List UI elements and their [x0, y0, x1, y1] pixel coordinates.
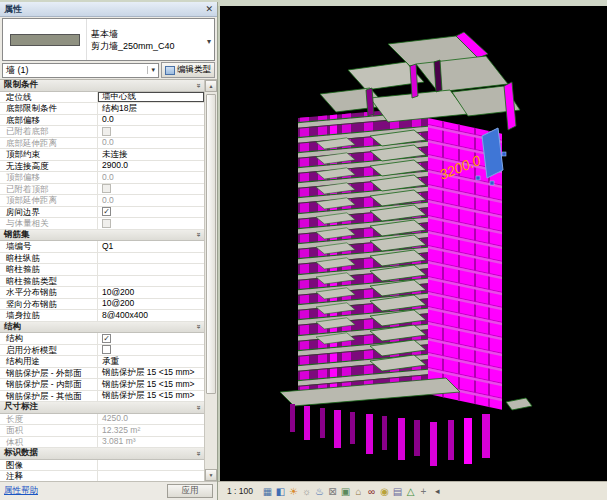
collapse-chevron-icon[interactable]: « — [193, 325, 202, 329]
property-row: 竖向分布钢筋10@200 — [0, 299, 204, 311]
property-value[interactable]: 钢筋保护层 15 <15 mm> — [98, 368, 204, 379]
property-row: 钢筋保护层 - 内部面钢筋保护层 15 <15 mm> — [0, 379, 204, 391]
3d-viewport[interactable]: 3200.0 — [218, 6, 607, 481]
edit-type-button[interactable]: 编辑类型 — [161, 62, 215, 78]
property-row: 长度4250.0 — [0, 414, 204, 426]
type-selector-text: 基本墙 剪力墙_250mm_C40 — [87, 28, 214, 52]
property-value[interactable]: 钢筋保护层 15 <15 mm> — [98, 379, 204, 390]
apply-button[interactable]: 应用 — [167, 484, 213, 498]
property-label: 墙身拉筋 — [0, 310, 98, 321]
property-label: 结构 — [0, 333, 98, 344]
view-scale-button[interactable]: 1 : 100 — [222, 485, 258, 497]
close-icon[interactable]: ✕ — [205, 4, 213, 14]
rendering-icon[interactable]: ♨ — [313, 485, 326, 498]
type-selector[interactable]: 基本墙 剪力墙_250mm_C40 ▾ — [2, 18, 215, 61]
section-header[interactable]: 结构« — [0, 322, 204, 334]
property-row: 房间边界✓ — [0, 207, 204, 219]
properties-grid-wrap: 限制条件«定位线墙中心线底部限制条件结构18层底部偏移0.0已附着底部底部延伸距… — [0, 79, 217, 481]
property-value: 4250.0 — [98, 414, 204, 425]
property-value[interactable] — [98, 345, 204, 356]
property-value[interactable]: Q1 — [98, 241, 204, 252]
property-value[interactable] — [98, 471, 204, 481]
collapse-chevron-icon[interactable]: « — [193, 83, 202, 87]
temporary-hide-isolate-icon[interactable]: ∞ — [365, 485, 378, 498]
property-value[interactable]: 10@200 — [98, 287, 204, 298]
property-value[interactable] — [98, 253, 204, 264]
collapse-arrow-icon[interactable]: ◂ — [435, 486, 440, 496]
property-label: 底部偏移 — [0, 115, 98, 126]
checkbox[interactable] — [102, 345, 111, 354]
property-value[interactable]: 2900.0 — [98, 161, 204, 172]
visual-style-icon[interactable]: ◧ — [274, 485, 287, 498]
type-name: 剪力墙_250mm_C40 — [91, 40, 214, 52]
checkbox[interactable]: ✓ — [102, 334, 111, 343]
property-row: 结构✓ — [0, 333, 204, 345]
section-header[interactable]: 尺寸标注« — [0, 402, 204, 414]
property-label: 体积 — [0, 437, 98, 448]
property-label: 顶部约束 — [0, 149, 98, 160]
property-value[interactable] — [98, 460, 204, 471]
property-value[interactable]: 0.0 — [98, 115, 204, 126]
property-row: 暗柱箍筋 — [0, 264, 204, 276]
crop-view-icon[interactable]: ⊠ — [326, 485, 339, 498]
checkbox — [102, 127, 111, 136]
property-label: 水平分布钢筋 — [0, 287, 98, 298]
property-label: 房间边界 — [0, 207, 98, 218]
section-header[interactable]: 标识数据« — [0, 448, 204, 460]
property-value[interactable]: 墙中心线 — [98, 92, 204, 103]
selection-filter-dropdown[interactable]: 墙 (1) ▾ — [2, 63, 159, 78]
property-value[interactable]: 10@200 — [98, 299, 204, 310]
property-label: 暗柱箍筋类型 — [0, 276, 98, 287]
reveal-hidden-elements-icon[interactable]: ◉ — [378, 485, 391, 498]
collapse-chevron-icon[interactable]: « — [193, 233, 202, 237]
collapse-chevron-icon[interactable]: « — [193, 451, 202, 455]
section-header[interactable]: 钢筋集« — [0, 230, 204, 242]
property-label: 钢筋保护层 - 其他面 — [0, 391, 98, 402]
property-value[interactable]: ✓ — [98, 207, 204, 218]
analytical-model-icon[interactable]: △ — [404, 485, 417, 498]
collapse-chevron-icon[interactable]: « — [193, 405, 202, 409]
lock-3d-view-icon[interactable]: ⌂ — [352, 485, 365, 498]
property-row: 注释 — [0, 471, 204, 481]
property-value: 12.325 m² — [98, 425, 204, 436]
property-label: 墙编号 — [0, 241, 98, 252]
property-value[interactable] — [98, 276, 204, 287]
property-row: 启用分析模型 — [0, 345, 204, 357]
property-row: 顶部延伸距离0.0 — [0, 195, 204, 207]
property-label: 顶部延伸距离 — [0, 195, 98, 206]
property-label: 启用分析模型 — [0, 345, 98, 356]
property-value[interactable]: 结构18层 — [98, 103, 204, 114]
reveal-constraints-icon[interactable]: + — [417, 485, 430, 498]
property-label: 面积 — [0, 425, 98, 436]
property-label: 注释 — [0, 471, 98, 481]
property-label: 定位线 — [0, 92, 98, 103]
temporary-view-properties-icon[interactable]: ▤ — [391, 485, 404, 498]
property-value[interactable]: ✓ — [98, 333, 204, 344]
property-value[interactable]: 未连接 — [98, 149, 204, 160]
property-value[interactable]: 钢筋保护层 15 <15 mm> — [98, 391, 204, 402]
selection-row: 墙 (1) ▾ 编辑类型 — [0, 61, 217, 79]
property-row: 水平分布钢筋10@200 — [0, 287, 204, 299]
property-value[interactable] — [98, 264, 204, 275]
scroll-down-icon[interactable]: ▼ — [205, 469, 217, 481]
chevron-down-icon[interactable]: ▾ — [207, 37, 211, 46]
scroll-up-icon[interactable]: ▲ — [205, 80, 217, 92]
palette-titlebar[interactable]: 属性 ✕ — [0, 2, 217, 17]
palette-footer: 属性帮助 应用 — [0, 481, 217, 500]
checkbox[interactable]: ✓ — [102, 207, 111, 216]
shadows-icon[interactable]: ☼ — [300, 485, 313, 498]
property-value[interactable]: 承重 — [98, 356, 204, 367]
3d-model-building[interactable]: 3200.0 — [220, 6, 607, 480]
properties-help-link[interactable]: 属性帮助 — [4, 485, 38, 497]
sun-path-icon[interactable]: ☀ — [287, 485, 300, 498]
wall-section-swatch — [10, 34, 80, 46]
property-row: 结构用途承重 — [0, 356, 204, 368]
scrollbar-thumb[interactable] — [206, 94, 216, 394]
crop-region-icon[interactable]: ▣ — [339, 485, 352, 498]
property-value[interactable]: 8@400x400 — [98, 310, 204, 321]
property-label: 竖向分布钢筋 — [0, 299, 98, 310]
property-row: 暗柱纵筋 — [0, 253, 204, 265]
panel-scrollbar[interactable]: ▲ ▼ — [204, 80, 217, 481]
detail-level-icon[interactable]: ▦ — [261, 485, 274, 498]
section-header[interactable]: 限制条件« — [0, 80, 204, 92]
